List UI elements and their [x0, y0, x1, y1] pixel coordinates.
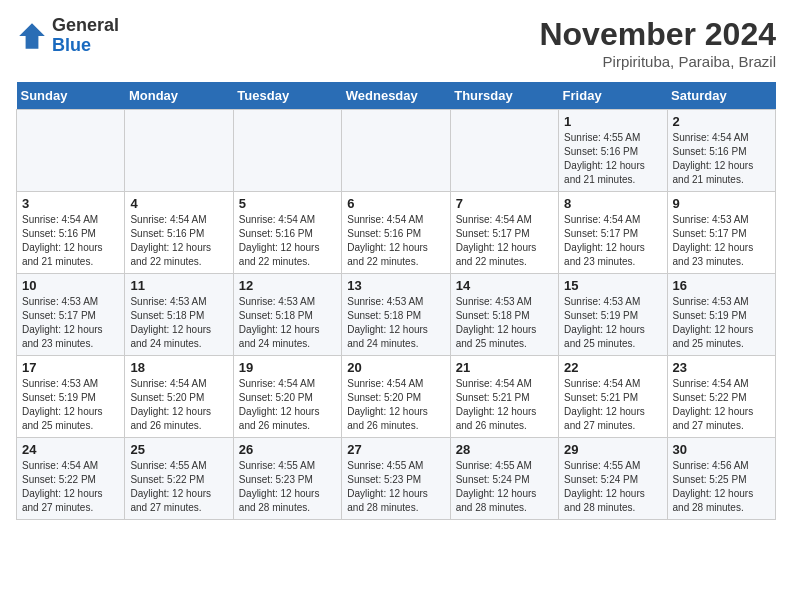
calendar-cell: 20Sunrise: 4:54 AM Sunset: 5:20 PM Dayli…: [342, 356, 450, 438]
day-number: 16: [673, 278, 770, 293]
day-info: Sunrise: 4:54 AM Sunset: 5:20 PM Dayligh…: [130, 377, 227, 433]
day-number: 4: [130, 196, 227, 211]
logo-blue: Blue: [52, 36, 119, 56]
day-info: Sunrise: 4:54 AM Sunset: 5:20 PM Dayligh…: [239, 377, 336, 433]
calendar-cell: [17, 110, 125, 192]
calendar-cell: [125, 110, 233, 192]
day-info: Sunrise: 4:54 AM Sunset: 5:22 PM Dayligh…: [673, 377, 770, 433]
calendar-cell: 5Sunrise: 4:54 AM Sunset: 5:16 PM Daylig…: [233, 192, 341, 274]
calendar-table: SundayMondayTuesdayWednesdayThursdayFrid…: [16, 82, 776, 520]
calendar-cell: 21Sunrise: 4:54 AM Sunset: 5:21 PM Dayli…: [450, 356, 558, 438]
page-header: General Blue November 2024 Pirpirituba, …: [16, 16, 776, 70]
logo: General Blue: [16, 16, 119, 56]
calendar-cell: [450, 110, 558, 192]
day-number: 3: [22, 196, 119, 211]
calendar-cell: 10Sunrise: 4:53 AM Sunset: 5:17 PM Dayli…: [17, 274, 125, 356]
calendar-cell: 26Sunrise: 4:55 AM Sunset: 5:23 PM Dayli…: [233, 438, 341, 520]
day-number: 5: [239, 196, 336, 211]
day-number: 19: [239, 360, 336, 375]
calendar-cell: 23Sunrise: 4:54 AM Sunset: 5:22 PM Dayli…: [667, 356, 775, 438]
weekday-header: Tuesday: [233, 82, 341, 110]
day-info: Sunrise: 4:56 AM Sunset: 5:25 PM Dayligh…: [673, 459, 770, 515]
calendar-cell: 15Sunrise: 4:53 AM Sunset: 5:19 PM Dayli…: [559, 274, 667, 356]
day-number: 18: [130, 360, 227, 375]
weekday-header: Friday: [559, 82, 667, 110]
calendar-cell: 9Sunrise: 4:53 AM Sunset: 5:17 PM Daylig…: [667, 192, 775, 274]
calendar-cell: 1Sunrise: 4:55 AM Sunset: 5:16 PM Daylig…: [559, 110, 667, 192]
day-info: Sunrise: 4:53 AM Sunset: 5:19 PM Dayligh…: [22, 377, 119, 433]
day-info: Sunrise: 4:53 AM Sunset: 5:18 PM Dayligh…: [239, 295, 336, 351]
day-info: Sunrise: 4:54 AM Sunset: 5:16 PM Dayligh…: [239, 213, 336, 269]
day-info: Sunrise: 4:55 AM Sunset: 5:22 PM Dayligh…: [130, 459, 227, 515]
weekday-header: Monday: [125, 82, 233, 110]
calendar-cell: 2Sunrise: 4:54 AM Sunset: 5:16 PM Daylig…: [667, 110, 775, 192]
day-number: 21: [456, 360, 553, 375]
calendar-cell: 18Sunrise: 4:54 AM Sunset: 5:20 PM Dayli…: [125, 356, 233, 438]
calendar-cell: 27Sunrise: 4:55 AM Sunset: 5:23 PM Dayli…: [342, 438, 450, 520]
day-info: Sunrise: 4:53 AM Sunset: 5:17 PM Dayligh…: [22, 295, 119, 351]
calendar-cell: 28Sunrise: 4:55 AM Sunset: 5:24 PM Dayli…: [450, 438, 558, 520]
day-info: Sunrise: 4:54 AM Sunset: 5:17 PM Dayligh…: [564, 213, 661, 269]
day-number: 7: [456, 196, 553, 211]
calendar-cell: 11Sunrise: 4:53 AM Sunset: 5:18 PM Dayli…: [125, 274, 233, 356]
day-number: 11: [130, 278, 227, 293]
day-number: 6: [347, 196, 444, 211]
day-number: 22: [564, 360, 661, 375]
day-number: 15: [564, 278, 661, 293]
day-number: 2: [673, 114, 770, 129]
logo-icon: [16, 20, 48, 52]
day-number: 10: [22, 278, 119, 293]
calendar-cell: 17Sunrise: 4:53 AM Sunset: 5:19 PM Dayli…: [17, 356, 125, 438]
calendar-cell: 4Sunrise: 4:54 AM Sunset: 5:16 PM Daylig…: [125, 192, 233, 274]
day-info: Sunrise: 4:55 AM Sunset: 5:24 PM Dayligh…: [456, 459, 553, 515]
calendar-cell: 6Sunrise: 4:54 AM Sunset: 5:16 PM Daylig…: [342, 192, 450, 274]
day-info: Sunrise: 4:54 AM Sunset: 5:16 PM Dayligh…: [130, 213, 227, 269]
title-block: November 2024 Pirpirituba, Paraiba, Braz…: [539, 16, 776, 70]
day-info: Sunrise: 4:54 AM Sunset: 5:17 PM Dayligh…: [456, 213, 553, 269]
weekday-header: Sunday: [17, 82, 125, 110]
day-info: Sunrise: 4:53 AM Sunset: 5:18 PM Dayligh…: [347, 295, 444, 351]
day-number: 23: [673, 360, 770, 375]
calendar-week-row: 17Sunrise: 4:53 AM Sunset: 5:19 PM Dayli…: [17, 356, 776, 438]
calendar-cell: [233, 110, 341, 192]
weekday-header-row: SundayMondayTuesdayWednesdayThursdayFrid…: [17, 82, 776, 110]
day-number: 27: [347, 442, 444, 457]
day-number: 28: [456, 442, 553, 457]
day-info: Sunrise: 4:53 AM Sunset: 5:19 PM Dayligh…: [673, 295, 770, 351]
calendar-cell: 19Sunrise: 4:54 AM Sunset: 5:20 PM Dayli…: [233, 356, 341, 438]
calendar-cell: 3Sunrise: 4:54 AM Sunset: 5:16 PM Daylig…: [17, 192, 125, 274]
day-info: Sunrise: 4:54 AM Sunset: 5:21 PM Dayligh…: [456, 377, 553, 433]
day-number: 25: [130, 442, 227, 457]
calendar-cell: 29Sunrise: 4:55 AM Sunset: 5:24 PM Dayli…: [559, 438, 667, 520]
logo-text: General Blue: [52, 16, 119, 56]
day-number: 1: [564, 114, 661, 129]
day-info: Sunrise: 4:53 AM Sunset: 5:18 PM Dayligh…: [130, 295, 227, 351]
calendar-cell: 30Sunrise: 4:56 AM Sunset: 5:25 PM Dayli…: [667, 438, 775, 520]
day-number: 9: [673, 196, 770, 211]
calendar-cell: 14Sunrise: 4:53 AM Sunset: 5:18 PM Dayli…: [450, 274, 558, 356]
day-number: 20: [347, 360, 444, 375]
location: Pirpirituba, Paraiba, Brazil: [539, 53, 776, 70]
calendar-cell: 12Sunrise: 4:53 AM Sunset: 5:18 PM Dayli…: [233, 274, 341, 356]
svg-marker-0: [19, 23, 45, 49]
day-info: Sunrise: 4:55 AM Sunset: 5:16 PM Dayligh…: [564, 131, 661, 187]
month-title: November 2024: [539, 16, 776, 53]
calendar-cell: 24Sunrise: 4:54 AM Sunset: 5:22 PM Dayli…: [17, 438, 125, 520]
calendar-cell: 22Sunrise: 4:54 AM Sunset: 5:21 PM Dayli…: [559, 356, 667, 438]
calendar-cell: 13Sunrise: 4:53 AM Sunset: 5:18 PM Dayli…: [342, 274, 450, 356]
day-info: Sunrise: 4:54 AM Sunset: 5:20 PM Dayligh…: [347, 377, 444, 433]
weekday-header: Saturday: [667, 82, 775, 110]
day-info: Sunrise: 4:54 AM Sunset: 5:21 PM Dayligh…: [564, 377, 661, 433]
calendar-cell: 8Sunrise: 4:54 AM Sunset: 5:17 PM Daylig…: [559, 192, 667, 274]
logo-general: General: [52, 16, 119, 36]
day-number: 17: [22, 360, 119, 375]
calendar-cell: 16Sunrise: 4:53 AM Sunset: 5:19 PM Dayli…: [667, 274, 775, 356]
day-info: Sunrise: 4:53 AM Sunset: 5:18 PM Dayligh…: [456, 295, 553, 351]
calendar-cell: [342, 110, 450, 192]
day-number: 8: [564, 196, 661, 211]
day-info: Sunrise: 4:54 AM Sunset: 5:22 PM Dayligh…: [22, 459, 119, 515]
day-number: 13: [347, 278, 444, 293]
weekday-header: Wednesday: [342, 82, 450, 110]
day-number: 29: [564, 442, 661, 457]
calendar-cell: 25Sunrise: 4:55 AM Sunset: 5:22 PM Dayli…: [125, 438, 233, 520]
